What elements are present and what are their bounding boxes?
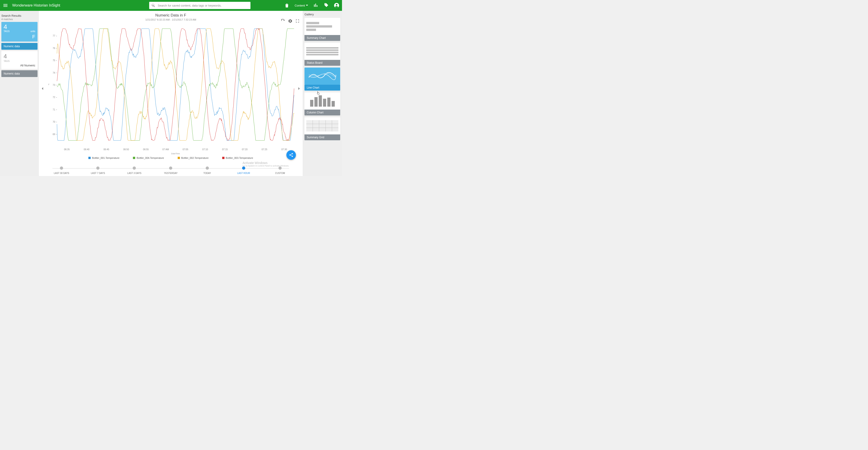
- search-results-title: Search Results: [1, 14, 37, 18]
- app-header: Wonderware Historian InSight Content: [0, 0, 342, 11]
- tag-count-2: 4: [4, 53, 35, 60]
- svg-text:06:55: 06:55: [143, 148, 149, 151]
- content-dropdown[interactable]: Content: [294, 4, 308, 7]
- bar-chart-icon[interactable]: [313, 3, 318, 8]
- timeline-stop[interactable]: LAST 30 DAYS: [53, 166, 70, 174]
- units-label: units: [31, 30, 35, 33]
- unit-value: F: [4, 34, 35, 40]
- gallery-card-grid[interactable]: [305, 117, 340, 134]
- timeline-stop[interactable]: LAST HOUR: [235, 166, 253, 174]
- match-count: 4 matches: [1, 18, 37, 21]
- svg-point-34: [292, 153, 293, 154]
- svg-text:06:35: 06:35: [64, 148, 70, 151]
- svg-point-36: [292, 156, 293, 157]
- search-input[interactable]: [158, 4, 248, 7]
- gallery-label: Column Chart: [305, 109, 340, 116]
- legend-item[interactable]: Bottler_002.Temperature: [178, 157, 209, 159]
- svg-text:06:50: 06:50: [123, 148, 129, 151]
- legend-item[interactable]: Bottler_003.Temperature: [222, 157, 253, 159]
- search-icon: [151, 3, 156, 7]
- gallery-card-column[interactable]: [305, 92, 340, 109]
- all-numeric-label: All Numeric: [4, 64, 35, 67]
- hamburger-icon[interactable]: [3, 3, 8, 8]
- prev-arrow-icon[interactable]: [40, 86, 45, 91]
- chart-legend: Bottler_001.TemperatureBottler_004.Tempe…: [39, 156, 303, 162]
- share-button[interactable]: [286, 150, 296, 160]
- numeric-data-label-2[interactable]: Numeric data: [1, 70, 37, 77]
- gallery-label: Summary Chart: [305, 35, 340, 41]
- svg-text:75: 75: [53, 59, 55, 62]
- svg-text:07:30: 07:30: [281, 148, 287, 151]
- svg-text:07 AM: 07 AM: [162, 148, 169, 151]
- legend-item[interactable]: Bottler_001.Temperature: [88, 157, 119, 159]
- legend-item[interactable]: Bottler_004.Temperature: [133, 157, 164, 159]
- timeline-stop[interactable]: YESTERDAY: [162, 166, 180, 174]
- app-title: Wonderware Historian InSight: [12, 3, 60, 7]
- gallery-label: Status Board: [305, 60, 340, 66]
- svg-text:07:20: 07:20: [242, 148, 248, 151]
- content-label: Content: [294, 4, 305, 7]
- svg-text:06:40: 06:40: [84, 148, 90, 151]
- result-card-all-numeric[interactable]: 4 TAGS All Numeric: [1, 51, 37, 69]
- svg-text:72: 72: [53, 96, 55, 98]
- share-icon: [289, 153, 293, 157]
- svg-text:07:25: 07:25: [261, 148, 267, 151]
- numeric-data-label-selected[interactable]: Numeric data: [1, 43, 37, 50]
- account-icon[interactable]: [334, 3, 339, 8]
- trend-chart[interactable]: 69707172737475767706:3506:4006:4506:5006…: [46, 22, 296, 156]
- gallery-card-summary[interactable]: [305, 18, 340, 35]
- svg-point-1: [336, 4, 338, 6]
- chart-title: Numeric Data in F: [39, 13, 303, 18]
- tag-icon[interactable]: [323, 3, 329, 8]
- svg-text:76: 76: [53, 47, 55, 50]
- tags-label-2: TAGS: [4, 60, 35, 62]
- gallery-title: Gallery: [305, 13, 340, 16]
- result-card-f-units[interactable]: 4 TAGS units F: [1, 22, 37, 41]
- gallery-card-line[interactable]: [305, 68, 340, 85]
- delete-icon[interactable]: [284, 3, 289, 8]
- search-box[interactable]: [149, 2, 250, 9]
- svg-text:69: 69: [53, 133, 55, 135]
- next-arrow-icon[interactable]: [296, 86, 302, 91]
- timeline-stop[interactable]: CUSTOM: [271, 166, 289, 174]
- svg-text:06:45: 06:45: [103, 148, 109, 151]
- main-chart-area: Numeric Data in F 1/21/2017 6:32:23 AM -…: [39, 11, 303, 176]
- gallery-panel: Gallery Summary ChartStatus BoardLine Ch…: [303, 11, 342, 176]
- svg-point-35: [289, 155, 291, 156]
- timeline-stop[interactable]: TODAY: [198, 166, 216, 174]
- gallery-card-status[interactable]: [305, 43, 340, 60]
- svg-text:DateTime: DateTime: [171, 153, 180, 155]
- timeline-stop[interactable]: LAST 3 DAYS: [125, 166, 143, 174]
- chart-subtitle: 1/21/2017 6:32:23 AM - 1/21/2017 7:32:23…: [39, 18, 303, 21]
- svg-text:73: 73: [53, 84, 55, 86]
- chevron-down-icon: [306, 4, 308, 6]
- time-range-selector: LAST 30 DAYSLAST 7 DAYSLAST 3 DAYSYESTER…: [39, 162, 303, 176]
- svg-text:77: 77: [53, 35, 55, 37]
- svg-text:07:05: 07:05: [183, 148, 188, 151]
- svg-text:07:15: 07:15: [222, 148, 228, 151]
- timeline-stop[interactable]: LAST 7 DAYS: [89, 166, 107, 174]
- svg-text:71: 71: [53, 108, 55, 111]
- gallery-label: Line Chart: [305, 85, 340, 91]
- tags-label: TAGS: [4, 30, 9, 33]
- svg-text:07:10: 07:10: [202, 148, 208, 151]
- svg-text:74: 74: [53, 72, 55, 74]
- svg-text:F: F: [48, 83, 50, 86]
- tag-count: 4: [4, 24, 9, 30]
- gallery-label: Summary Grid: [305, 134, 340, 140]
- search-results-panel: Search Results 4 matches 4 TAGS units F …: [0, 11, 39, 176]
- svg-text:70: 70: [53, 121, 55, 123]
